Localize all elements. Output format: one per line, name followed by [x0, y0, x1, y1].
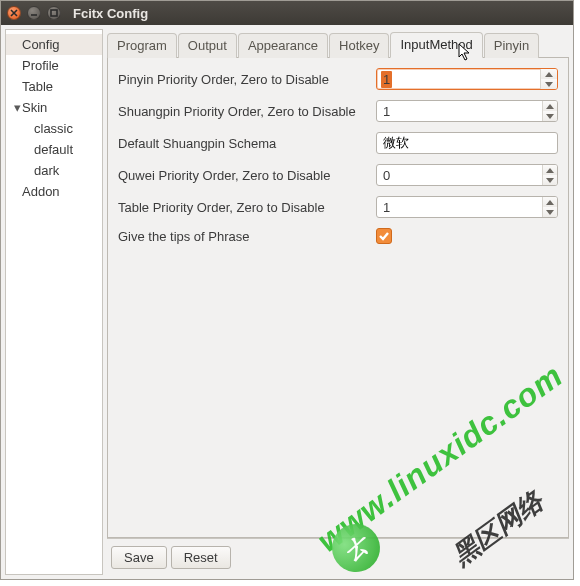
titlebar: Fcitx Config	[1, 1, 573, 25]
tab-bar: Program Output Appearance Hotkey InputMe…	[107, 29, 569, 58]
sidebar-item-skin-classic[interactable]: classic	[6, 118, 102, 139]
app-window: Fcitx Config Config Profile Table ▾Skin …	[0, 0, 574, 580]
button-label: Save	[124, 550, 154, 565]
default-shuangpin-field[interactable]	[376, 132, 558, 154]
sidebar-item-label: Profile	[22, 58, 59, 73]
sidebar-item-skin-dark[interactable]: dark	[6, 160, 102, 181]
maximize-icon[interactable]	[47, 6, 61, 20]
tab-inputmethod[interactable]: InputMethod	[390, 32, 482, 58]
step-up-icon[interactable]	[543, 165, 557, 175]
quwei-priority-stepper[interactable]	[376, 164, 558, 186]
tab-appearance[interactable]: Appearance	[238, 33, 328, 58]
minimize-icon[interactable]	[27, 6, 41, 20]
step-up-icon[interactable]	[541, 69, 557, 79]
sidebar-item-label: dark	[34, 163, 59, 178]
tab-output[interactable]: Output	[178, 33, 237, 58]
sidebar-item-label: Table	[22, 79, 53, 94]
reset-button[interactable]: Reset	[171, 546, 231, 569]
sidebar-tree: Config Profile Table ▾Skin classic defau…	[5, 29, 103, 575]
label-table-priority: Table Priority Order, Zero to Disable	[118, 200, 376, 215]
sidebar-item-skin[interactable]: ▾Skin	[6, 97, 102, 118]
shuangpin-priority-stepper[interactable]	[376, 100, 558, 122]
label-pinyin-priority: Pinyin Priority Order, Zero to Disable	[118, 72, 376, 87]
tab-label: Output	[188, 38, 227, 53]
step-down-icon[interactable]	[543, 111, 557, 121]
window-title: Fcitx Config	[73, 6, 148, 21]
step-down-icon[interactable]	[543, 207, 557, 217]
input-value[interactable]	[377, 101, 542, 121]
sidebar-item-profile[interactable]: Profile	[6, 55, 102, 76]
tab-pinyin[interactable]: Pinyin	[484, 33, 539, 58]
close-icon[interactable]	[7, 6, 21, 20]
input-value[interactable]	[377, 197, 542, 217]
tab-label: Hotkey	[339, 38, 379, 53]
triangle-down-icon[interactable]: ▾	[12, 99, 22, 116]
save-button[interactable]: Save	[111, 546, 167, 569]
input-value[interactable]	[377, 165, 542, 185]
sidebar-item-label: Addon	[22, 184, 60, 199]
sidebar-item-label: Skin	[22, 100, 47, 115]
sidebar-item-skin-default[interactable]: default	[6, 139, 102, 160]
button-label: Reset	[184, 550, 218, 565]
step-up-icon[interactable]	[543, 197, 557, 207]
step-down-icon[interactable]	[543, 175, 557, 185]
label-shuangpin-priority: Shuangpin Priority Order, Zero to Disabl…	[118, 104, 376, 119]
tab-panel-inputmethod: Pinyin Priority Order, Zero to Disable 1	[107, 58, 569, 538]
sidebar-item-label: classic	[34, 121, 73, 136]
tab-program[interactable]: Program	[107, 33, 177, 58]
input-value: 1	[381, 71, 392, 88]
sidebar-item-addon[interactable]: Addon	[6, 181, 102, 202]
label-default-shuangpin: Default Shuangpin Schema	[118, 136, 376, 151]
tab-label: Appearance	[248, 38, 318, 53]
tab-label: InputMethod	[400, 37, 472, 52]
sidebar-item-label: default	[34, 142, 73, 157]
label-give-tips: Give the tips of Phrase	[118, 229, 376, 244]
main-panel: Program Output Appearance Hotkey InputMe…	[107, 29, 569, 575]
label-quwei-priority: Quwei Priority Order, Zero to Disable	[118, 168, 376, 183]
dialog-footer: Save Reset	[107, 538, 569, 575]
pinyin-priority-stepper[interactable]: 1	[376, 68, 558, 90]
tab-hotkey[interactable]: Hotkey	[329, 33, 389, 58]
table-priority-stepper[interactable]	[376, 196, 558, 218]
tab-label: Program	[117, 38, 167, 53]
step-down-icon[interactable]	[541, 79, 557, 89]
svg-rect-0	[51, 10, 57, 16]
sidebar-item-config[interactable]: Config	[6, 34, 102, 55]
sidebar-item-table[interactable]: Table	[6, 76, 102, 97]
sidebar-item-label: Config	[22, 37, 60, 52]
tab-label: Pinyin	[494, 38, 529, 53]
step-up-icon[interactable]	[543, 101, 557, 111]
give-tips-checkbox[interactable]	[376, 228, 392, 244]
